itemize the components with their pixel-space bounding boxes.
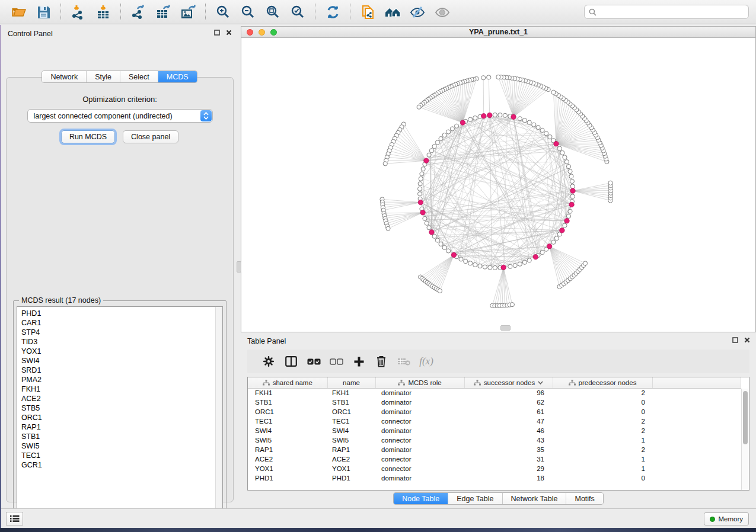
tab-network[interactable]: Network	[42, 71, 87, 82]
import-network-icon[interactable]	[69, 3, 87, 21]
mcds-result-item[interactable]: PHD1	[21, 309, 222, 318]
mcds-result-item[interactable]: TEC1	[21, 451, 222, 460]
table-row[interactable]: PHD1 PHD1 dominator 18 0	[248, 473, 741, 483]
mcds-result-item[interactable]: STB5	[21, 403, 222, 413]
table-row[interactable]: SWI4 SWI4 dominator 46 2	[248, 426, 741, 435]
mcds-result-item[interactable]: YOX1	[21, 347, 222, 356]
delete-column-icon[interactable]	[370, 352, 393, 370]
export-image-icon[interactable]	[179, 3, 197, 21]
search-input[interactable]	[600, 8, 744, 16]
minimize-window-icon[interactable]	[259, 29, 265, 36]
mcds-result-item[interactable]: FKH1	[21, 384, 222, 394]
tab-edge-table[interactable]: Edge Table	[448, 493, 502, 504]
float-panel-icon[interactable]	[214, 30, 220, 36]
column-header-mcds-role[interactable]: MCDS role	[375, 377, 464, 388]
tab-select[interactable]: Select	[120, 71, 158, 82]
tab-network-table[interactable]: Network Table	[503, 493, 567, 504]
show-columns-icon[interactable]	[280, 352, 302, 370]
mcds-result-item[interactable]: STB1	[21, 432, 222, 441]
select-all-icon[interactable]	[302, 352, 325, 370]
table-row[interactable]: FKH1 FKH1 dominator 96 2	[248, 388, 741, 398]
tab-mcds[interactable]: MCDS	[158, 71, 197, 82]
mcds-list-scrollbar[interactable]	[215, 307, 222, 516]
table-scrollbar[interactable]	[741, 389, 749, 490]
mcds-result-list[interactable]: PHD1CAR1STP4TID3YOX1SWI4SRD1PMA2FKH1ACE2…	[17, 306, 223, 517]
open-file-icon[interactable]	[9, 3, 27, 21]
close-panel-button[interactable]: Close panel	[123, 130, 178, 143]
table-scrollbar-thumb[interactable]	[743, 391, 748, 444]
task-history-icon	[10, 515, 20, 523]
mcds-result-item[interactable]: SWI4	[21, 356, 222, 366]
table-settings-gear-icon[interactable]	[257, 352, 280, 370]
desktop-wallpaper-edge	[0, 25, 1, 528]
network-titlebar[interactable]: YPA_prune.txt_1	[241, 27, 755, 38]
deselect-all-icon[interactable]	[325, 352, 347, 370]
hide-selected-icon[interactable]	[409, 3, 426, 21]
table-row[interactable]: ORC1 ORC1 dominator 61 0	[248, 407, 741, 416]
import-table-icon[interactable]	[94, 3, 112, 21]
horizontal-splitter-grip[interactable]	[500, 325, 511, 331]
table-row[interactable]: TEC1 TEC1 connector 47 2	[248, 416, 741, 426]
control-panel: Control Panel Network Style Select MCDS …	[1, 27, 238, 505]
mcds-result-item[interactable]: GCR1	[21, 460, 222, 470]
vertical-splitter-grip[interactable]	[237, 261, 241, 273]
close-window-icon[interactable]	[247, 29, 253, 36]
optimization-criterion-label: Optimization criterion:	[7, 95, 233, 104]
criterion-select-value: largest connected component (undirected)	[28, 112, 200, 120]
close-panel-icon[interactable]	[226, 30, 232, 36]
mcds-result-item[interactable]: SRD1	[21, 366, 222, 375]
export-table-icon[interactable]	[154, 3, 172, 21]
table-row[interactable]: RAP1 RAP1 dominator 35 2	[248, 445, 741, 454]
float-panel-icon[interactable]	[732, 337, 738, 343]
mcds-tab-content: Optimization criterion: largest connecte…	[6, 77, 234, 502]
mcds-result-item[interactable]: SWI5	[21, 441, 222, 451]
zoom-fit-icon[interactable]	[264, 3, 282, 21]
column-header-name[interactable]: name	[327, 377, 375, 388]
task-history-button[interactable]	[6, 512, 23, 525]
search-icon	[589, 8, 596, 16]
column-header-successor-nodes[interactable]: successor nodes	[464, 377, 553, 388]
show-all-networks-icon[interactable]	[384, 3, 401, 21]
zoom-selected-icon[interactable]	[289, 3, 307, 21]
mcds-result-item[interactable]: PMA2	[21, 375, 222, 384]
network-canvas[interactable]	[241, 38, 755, 332]
mcds-result-item[interactable]: STP4	[21, 328, 222, 337]
export-network-icon[interactable]	[129, 3, 147, 21]
toolbar-separator	[60, 4, 61, 20]
column-type-icon	[398, 380, 405, 386]
table-row[interactable]: YOX1 YOX1 connector 29 1	[248, 464, 741, 473]
save-session-icon[interactable]	[34, 3, 52, 21]
mcds-result-item[interactable]: CAR1	[21, 318, 222, 328]
maximize-window-icon[interactable]	[270, 29, 277, 36]
app-window: Control Panel Network Style Select MCDS …	[0, 0, 756, 532]
table-row[interactable]: SWI5 SWI5 connector 43 1	[248, 435, 741, 445]
node-table: shared name name MCDS role successor nod…	[248, 377, 741, 483]
toolbar-separator	[315, 4, 315, 20]
table-row[interactable]: ACE2 ACE2 connector 31 1	[248, 454, 741, 464]
criterion-select[interactable]: largest connected component (undirected)	[27, 109, 213, 123]
apply-layout-icon[interactable]	[324, 3, 342, 21]
mcds-result-item[interactable]: ORC1	[21, 413, 222, 422]
tab-style[interactable]: Style	[87, 71, 120, 82]
memory-button[interactable]: Memory	[704, 512, 749, 525]
toolbar-separator	[350, 4, 350, 20]
mcds-result-item[interactable]: RAP1	[21, 422, 222, 432]
search-box[interactable]	[584, 5, 749, 19]
column-header-predecessor-nodes[interactable]: predecessor nodes	[553, 377, 652, 388]
table-row[interactable]: STB1 STB1 dominator 62 0	[248, 398, 741, 407]
tab-node-table[interactable]: Node Table	[394, 493, 448, 504]
close-panel-icon[interactable]	[744, 337, 750, 343]
add-column-icon[interactable]	[347, 352, 370, 370]
mcds-result-item[interactable]: TID3	[21, 337, 222, 347]
zoom-in-icon[interactable]	[214, 3, 232, 21]
tab-motifs[interactable]: Motifs	[566, 493, 602, 504]
column-header-shared-name[interactable]: shared name	[248, 377, 327, 388]
clone-network-icon[interactable]	[359, 3, 377, 21]
run-mcds-button[interactable]: Run MCDS	[61, 130, 115, 143]
control-panel-title: Control Panel	[8, 30, 53, 38]
network-window: YPA_prune.txt_1	[241, 26, 756, 332]
zoom-out-icon[interactable]	[239, 3, 257, 21]
mcds-result-item[interactable]: ACE2	[21, 394, 222, 403]
show-hidden-icon[interactable]	[433, 3, 451, 21]
network-graph[interactable]	[241, 38, 756, 332]
